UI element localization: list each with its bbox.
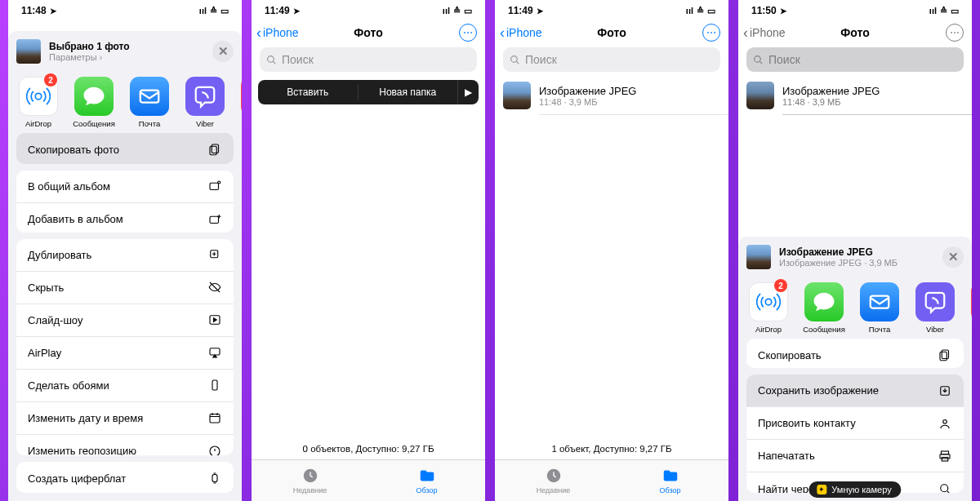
share-title: Выбрано 1 фото <box>49 41 204 52</box>
chevron-left-icon: ‹ <box>500 25 505 40</box>
menu-new-folder[interactable]: Новая папка <box>359 86 458 98</box>
file-name: Изображение JPEG <box>782 85 964 97</box>
phone-1: 11:48 ➤ ııl ≙ ▭ Выбрано 1 фото Параметры… <box>8 0 242 501</box>
storage-status: 0 объектов, Доступно: 9,27 ГБ <box>252 444 485 454</box>
airdrop-app[interactable]: 2 AirDrop <box>748 282 789 334</box>
viber-app[interactable]: Viber <box>915 282 956 334</box>
search-placeholder: Поиск <box>282 53 314 66</box>
viber-app[interactable]: Viber <box>185 77 225 128</box>
page-title: Фото <box>840 26 869 39</box>
close-button[interactable]: ✕ <box>212 41 234 62</box>
nav-header: ‹ iPhone Фото ⋯ <box>495 21 728 44</box>
action-assign-contact[interactable]: Присвоить контакту <box>746 407 964 440</box>
context-menu[interactable]: Вставить Новая папка ▶ <box>258 80 479 104</box>
svg-rect-2 <box>212 144 218 153</box>
more-button[interactable]: ⋯ <box>702 24 720 42</box>
tab-browse[interactable]: Обзор <box>612 460 728 501</box>
file-meta: 11:48 · 3,9 МБ <box>539 97 720 107</box>
action-add-album[interactable]: Добавить в альбом <box>16 203 234 233</box>
action-copy[interactable]: Скопировать <box>746 339 964 368</box>
airdrop-app[interactable]: 2 AirDrop <box>18 77 59 128</box>
mail-icon <box>130 77 169 116</box>
status-time: 11:48 <box>21 5 47 16</box>
more-button[interactable]: ⋯ <box>459 24 477 42</box>
ali-app[interactable]: A Ali <box>970 282 972 334</box>
svg-rect-6 <box>210 216 219 223</box>
share-app-row: 2 AirDrop Сообщения Почта <box>8 70 242 133</box>
menu-paste[interactable]: Вставить <box>258 86 358 98</box>
file-meta: 11:48 · 3,9 МБ <box>782 97 964 107</box>
action-print[interactable]: Напечатать <box>746 440 964 472</box>
action-airplay[interactable]: AirPlay <box>16 337 234 370</box>
more-button[interactable]: ⋯ <box>946 24 964 42</box>
action-copy-photo[interactable]: Скопировать фото <box>16 133 234 164</box>
file-item[interactable]: Изображение JPEG 11:48 · 3,9 МБ <box>495 77 728 114</box>
messages-app[interactable]: Сообщения <box>804 282 844 334</box>
status-time: 11:49 <box>508 5 533 16</box>
action-duplicate[interactable]: Дублировать <box>16 239 234 272</box>
back-button[interactable]: ‹ iPhone <box>743 25 786 40</box>
nav-header: ‹ iPhone Фото ⋯ <box>252 21 485 44</box>
file-name: Изображение JPEG <box>539 85 720 97</box>
airdrop-badge: 2 <box>44 73 57 86</box>
svg-point-16 <box>765 299 772 305</box>
mail-app[interactable]: Почта <box>859 282 900 334</box>
menu-more-arrow[interactable]: ▶ <box>457 80 479 104</box>
search-placeholder: Поиск <box>768 53 800 66</box>
search-placeholder: Поиск <box>525 53 557 66</box>
file-thumbnail <box>746 82 774 109</box>
messages-app[interactable]: Сообщения <box>74 77 114 128</box>
chevron-left-icon: ‹ <box>743 25 748 40</box>
mail-app[interactable]: Почта <box>129 77 170 128</box>
search-icon <box>753 55 764 65</box>
status-indicators: ııl≙▭ <box>686 6 715 16</box>
share-sheet: Выбрано 1 фото Параметры › ✕ 2 AirDrop С… <box>8 31 242 501</box>
location-icon: ➤ <box>293 7 300 16</box>
svg-rect-1 <box>140 91 159 103</box>
viber-icon <box>185 77 225 116</box>
search-input[interactable]: Поиск <box>746 47 964 72</box>
status-bar: 11:48 ➤ ııl ≙ ▭ <box>8 0 242 21</box>
action-edit-geo[interactable]: Изменить геопозицию <box>16 435 234 455</box>
close-button[interactable]: ✕ <box>942 246 964 268</box>
action-slideshow[interactable]: Слайд-шоу <box>16 304 234 337</box>
status-indicators: ııl≙▭ <box>929 6 959 16</box>
clock-icon <box>301 467 319 485</box>
tab-recent[interactable]: Недавние <box>252 460 368 501</box>
status-time: 11:49 <box>265 5 290 16</box>
phone-3: 11:49 ➤ ııl≙▭ ‹ iPhone Фото ⋯ Поиск Изоб… <box>495 0 728 501</box>
phone-2: 11:49 ➤ ııl≙▭ ‹ iPhone Фото ⋯ Поиск Вста… <box>252 0 485 501</box>
search-input[interactable]: Поиск <box>503 47 720 72</box>
file-area <box>252 77 485 501</box>
airdrop-badge: 2 <box>774 279 787 292</box>
action-wallpaper[interactable]: Сделать обоями <box>16 370 234 402</box>
file-item[interactable]: Изображение JPEG 11:48 · 3,9 МБ <box>738 77 972 114</box>
file-thumbnail <box>503 82 531 109</box>
action-save-image[interactable]: Сохранить изображение <box>746 375 964 407</box>
svg-rect-9 <box>210 348 220 355</box>
share-app-row: 2 AirDrop Сообщения Почта <box>738 276 972 339</box>
svg-rect-3 <box>210 146 216 155</box>
tab-browse[interactable]: Обзор <box>368 460 485 501</box>
action-watchface[interactable]: Создать циферблат <box>16 462 234 493</box>
smart-camera-pill[interactable]: ✦ Умную камеру <box>808 481 901 498</box>
ali-app[interactable]: A Ali <box>240 77 242 128</box>
tab-recent[interactable]: Недавние <box>495 460 612 501</box>
back-button[interactable]: ‹ iPhone <box>500 25 542 40</box>
back-button[interactable]: ‹ iPhone <box>256 25 299 40</box>
location-icon: ➤ <box>50 7 56 16</box>
action-edit-date[interactable]: Изменить дату и время <box>16 402 234 435</box>
action-shared-album[interactable]: В общий альбом <box>16 171 234 203</box>
folder-icon <box>662 467 679 485</box>
search-icon <box>266 55 277 65</box>
action-list: Скопировать Сохранить изображение Присво… <box>738 339 972 501</box>
share-options-link[interactable]: Параметры › <box>49 52 204 62</box>
lens-pill-icon: ✦ <box>817 485 826 494</box>
action-hide[interactable]: Скрыть <box>16 272 234 304</box>
search-input[interactable]: Поиск <box>260 47 477 72</box>
file-area: Изображение JPEG 11:48 · 3,9 МБ <box>495 77 728 501</box>
svg-point-25 <box>941 485 948 492</box>
storage-status: 1 объект, Доступно: 9,27 ГБ <box>495 444 728 454</box>
search-icon <box>510 55 520 65</box>
nav-header: ‹ iPhone Фото ⋯ <box>738 21 972 44</box>
